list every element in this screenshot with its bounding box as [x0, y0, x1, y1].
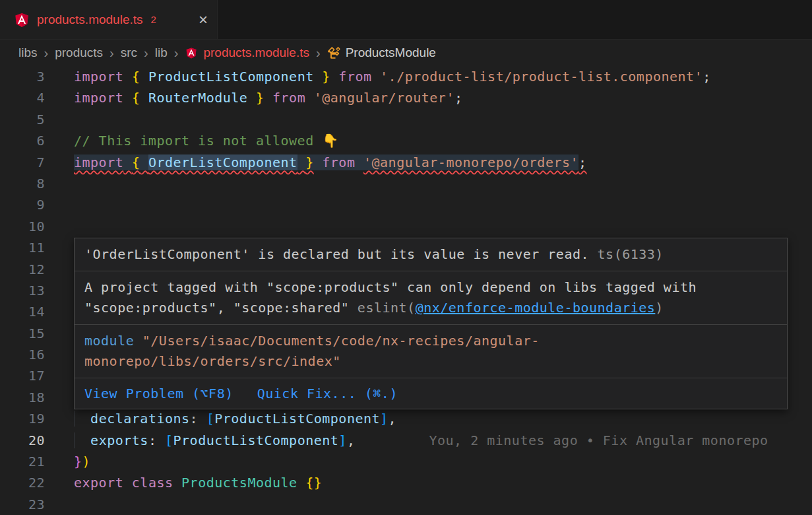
code-token: export: [74, 475, 123, 491]
tab-close-icon[interactable]: ×: [199, 12, 208, 28]
code-editor[interactable]: 3import { ProductListComponent } from '.…: [0, 66, 812, 515]
code-token: }: [322, 69, 330, 85]
line-number[interactable]: 23: [0, 494, 45, 515]
code-token: '@angular-monorepo/orders': [363, 154, 578, 170]
module-path-line2: monorepo/libs/orders/src/index": [84, 353, 341, 369]
code-token: '@angular/router': [314, 90, 454, 106]
code-token: [140, 69, 148, 85]
code-token: './product-list/product-list.component': [380, 69, 703, 85]
code-token: [: [206, 411, 215, 427]
error-hover-popup: 'OrderListComponent' is declared but its…: [74, 238, 788, 409]
line-number[interactable]: 10: [0, 216, 45, 237]
code-token: [372, 69, 381, 85]
code-line[interactable]: 10: [0, 216, 812, 237]
code-token: [264, 90, 272, 106]
view-problem-link[interactable]: View Problem (⌥F8): [84, 384, 234, 403]
eslint-rule-link[interactable]: @nx/enforce-module-boundaries: [416, 300, 656, 316]
code-token: [173, 475, 182, 491]
code-text[interactable]: exports: [ProductListComponent],: [74, 432, 355, 448]
code-text[interactable]: import { OrderListComponent } from '@ang…: [74, 154, 587, 170]
code-line[interactable]: 19 declarations: [ProductListComponent],: [0, 408, 812, 429]
code-line[interactable]: 9: [0, 194, 812, 215]
code-line[interactable]: 3import { ProductListComponent } from '.…: [0, 66, 812, 87]
code-token: from: [272, 90, 305, 106]
code-line[interactable]: 4import { RouterModule } from '@angular/…: [0, 87, 812, 108]
line-number[interactable]: 13: [0, 280, 45, 301]
breadcrumb-item-symbol[interactable]: ProductsModule: [327, 46, 436, 60]
breadcrumb-item-file[interactable]: products.module.ts: [185, 46, 309, 60]
code-token: 👇: [322, 133, 338, 149]
code-text[interactable]: export class ProductsModule {}: [74, 475, 322, 491]
code-token: [314, 154, 323, 170]
code-line[interactable]: 20 exports: [ProductListComponent],You, …: [0, 430, 812, 451]
breadcrumb-item-src[interactable]: src: [121, 46, 137, 60]
code-text[interactable]: declarations: [ProductListComponent],: [74, 411, 396, 427]
code-line[interactable]: 21}): [0, 451, 812, 472]
code-line[interactable]: 6// This import is not allowed 👇: [0, 130, 812, 151]
code-token: ]: [380, 411, 389, 427]
code-line[interactable]: 23: [0, 494, 812, 515]
code-line[interactable]: 7import { OrderListComponent } from '@an…: [0, 152, 812, 173]
code-token: [305, 90, 314, 106]
code-token: ProductListComponent: [148, 69, 314, 85]
code-token: OrderListComponent: [148, 154, 297, 170]
line-number[interactable]: 16: [0, 344, 45, 365]
code-text[interactable]: // This import is not allowed 👇: [74, 133, 339, 149]
breadcrumb: libs › products › src › lib › products.m…: [0, 40, 812, 66]
line-number[interactable]: 3: [0, 66, 45, 87]
line-number[interactable]: 22: [0, 472, 45, 493]
line-number[interactable]: 21: [0, 451, 45, 472]
hover-eslint-message: A project tagged with "scope:products" c…: [75, 271, 787, 325]
line-number[interactable]: 15: [0, 323, 45, 344]
line-number[interactable]: 4: [0, 87, 45, 108]
code-token: :: [148, 432, 165, 448]
line-number[interactable]: 9: [0, 194, 45, 215]
line-number[interactable]: 8: [0, 173, 45, 194]
breadcrumb-symbol-label: ProductsModule: [346, 46, 436, 60]
module-path-line1: "/Users/isaac/Documents/code/nx-recipes/…: [134, 333, 540, 349]
eslint-source-close: ): [655, 300, 664, 316]
line-number[interactable]: 14: [0, 301, 45, 322]
ts-error-text: 'OrderListComponent' is declared but its…: [84, 246, 598, 262]
code-text[interactable]: }): [74, 454, 90, 469]
line-number[interactable]: 17: [0, 365, 45, 386]
code-token: [123, 69, 132, 85]
code-token: {: [132, 154, 141, 170]
code-token: exports: [90, 432, 148, 448]
chevron-right-icon: ›: [316, 46, 321, 61]
code-line[interactable]: 22export class ProductsModule {}: [0, 472, 812, 493]
code-line[interactable]: 5: [0, 109, 812, 130]
tab-products-module[interactable]: products.module.ts 2 ×: [0, 0, 218, 39]
breadcrumb-item-libs[interactable]: libs: [18, 46, 38, 60]
chevron-right-icon: ›: [144, 46, 148, 61]
indent-guide: [74, 411, 90, 427]
line-number[interactable]: 12: [0, 259, 45, 280]
hover-module-info: module "/Users/isaac/Documents/code/nx-r…: [75, 325, 787, 378]
code-token: [297, 154, 306, 170]
tab-label: products.module.ts: [37, 13, 143, 27]
module-keyword: module: [84, 333, 134, 349]
code-token: ProductListComponent: [173, 432, 339, 448]
breadcrumb-item-products[interactable]: products: [55, 46, 103, 60]
line-number[interactable]: 11: [0, 237, 45, 258]
quick-fix-link[interactable]: Quick Fix... (⌘.): [257, 384, 398, 403]
code-text[interactable]: import { ProductListComponent } from './…: [74, 69, 711, 85]
breadcrumb-item-lib[interactable]: lib: [155, 46, 168, 60]
code-token: [247, 90, 256, 106]
line-number[interactable]: 5: [0, 109, 45, 130]
line-number[interactable]: 20: [0, 430, 45, 451]
symbol-class-icon: [327, 46, 340, 59]
code-token: ;: [703, 69, 711, 85]
code-token: import: [74, 154, 123, 170]
line-number[interactable]: 18: [0, 387, 45, 408]
code-text[interactable]: import { RouterModule } from '@angular/r…: [74, 90, 463, 106]
code-line[interactable]: 8: [0, 173, 812, 194]
eslint-source-open: eslint(: [358, 300, 416, 316]
code-token: // This import is not allowed: [74, 133, 322, 149]
code-token: declarations: [90, 411, 190, 427]
line-number[interactable]: 7: [0, 152, 45, 173]
line-number[interactable]: 6: [0, 130, 45, 151]
code-token: {}: [305, 475, 322, 491]
line-number[interactable]: 19: [0, 408, 45, 429]
code-token: from: [322, 154, 355, 170]
